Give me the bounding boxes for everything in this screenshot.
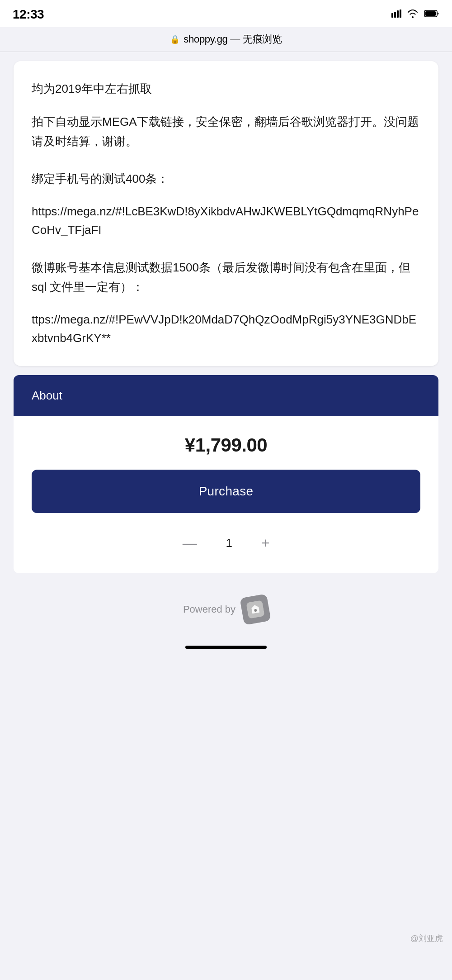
quantity-section: — 1 + [14, 522, 438, 573]
about-section: About [14, 375, 438, 416]
lock-icon: 🔒 [170, 34, 180, 44]
status-icons [391, 9, 439, 20]
svg-rect-1 [394, 12, 396, 18]
about-label: About [32, 389, 62, 402]
watermark: @刘亚虎 [410, 933, 443, 944]
purchase-button[interactable]: Purchase [32, 470, 420, 513]
paragraph-3: 绑定手机号的测试400条： [32, 169, 420, 189]
price-display: ¥1,799.00 [185, 434, 267, 456]
purchase-section: Purchase [14, 456, 438, 522]
content-card: 均为2019年中左右抓取 拍下自动显示MEGA下载链接，安全保密，翻墙后谷歌浏览… [14, 61, 438, 366]
link-1: https://mega.nz/#!LcBE3KwD!8yXikbdvAHwJK… [32, 202, 420, 240]
status-bar: 12:33 [0, 0, 452, 27]
link-2: ttps://mega.nz/#!PEwVVJpD!k20MdaD7QhQzOo… [32, 310, 420, 348]
svg-rect-5 [425, 11, 436, 16]
paragraph-2: 拍下自动显示MEGA下载链接，安全保密，翻墙后谷歌浏览器打开。没问题请及时结算，… [32, 112, 420, 151]
home-bar [185, 646, 267, 649]
status-time: 12:33 [13, 7, 44, 22]
battery-icon [424, 10, 439, 20]
browser-url: shoppy.gg — 无痕浏览 [184, 33, 282, 46]
powered-by-text: Powered by [183, 604, 235, 615]
svg-rect-3 [400, 10, 401, 18]
home-indicator [0, 637, 452, 662]
signal-icon [391, 10, 401, 20]
shoppy-logo [240, 594, 271, 625]
quantity-decrease-button[interactable]: — [175, 531, 204, 555]
paragraph-1: 均为2019年中左右抓取 [32, 79, 420, 99]
paragraph-4: 微博账号基本信息测试数据1500条（最后发微博时间没有包含在里面，但 sql 文… [32, 258, 420, 297]
quantity-increase-button[interactable]: + [254, 531, 277, 555]
powered-by-section: Powered by [0, 573, 452, 637]
quantity-value: 1 [222, 536, 236, 550]
svg-rect-0 [391, 13, 393, 18]
wifi-icon [407, 9, 419, 20]
svg-rect-2 [397, 10, 399, 18]
browser-bar: 🔒 shoppy.gg — 无痕浏览 [0, 27, 452, 52]
price-section: ¥1,799.00 [14, 416, 438, 456]
